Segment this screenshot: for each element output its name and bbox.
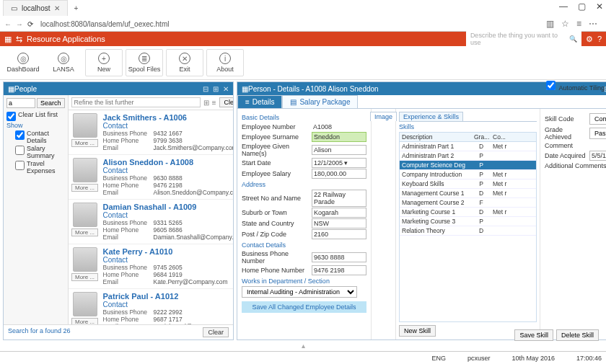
delete-skill-button[interactable]: Delete Skill xyxy=(556,329,599,341)
contact-link[interactable]: Contact xyxy=(103,256,233,264)
experience-skills-tab[interactable]: Experience & Skills xyxy=(399,112,463,121)
more-button[interactable]: More ... xyxy=(71,184,98,192)
given-name-field[interactable]: Alison xyxy=(312,145,366,155)
maximize-panel-icon[interactable]: ⊞ xyxy=(213,85,219,93)
people-search-input[interactable] xyxy=(6,98,35,108)
close-tab-icon[interactable]: ✕ xyxy=(54,4,60,12)
skill-row[interactable]: Administratn Part 1DMet r xyxy=(400,142,536,151)
toolbar-spool-files[interactable]: ≣Spool Files xyxy=(126,49,163,76)
skill-row[interactable]: Computer Science DegP xyxy=(400,161,536,170)
skill-row[interactable]: Management Course 1DMet r xyxy=(400,189,536,198)
people-list[interactable]: More ...Jack Smithers - A1006ContactBusi… xyxy=(69,110,233,324)
reader-icon[interactable]: ▥ xyxy=(546,19,554,29)
menu-icon[interactable]: ≡ xyxy=(576,19,581,29)
list-view-icon[interactable]: ≡ xyxy=(212,99,216,107)
tab-details[interactable]: ≡Details xyxy=(237,95,282,108)
app-menu-icon[interactable]: ▦ xyxy=(4,35,12,44)
refine-input[interactable] xyxy=(71,97,201,107)
more-button[interactable]: More ... xyxy=(71,139,98,147)
person-card[interactable]: More ...Kate Perry - A1010ContactBusines… xyxy=(69,244,233,289)
grid-view-icon[interactable]: ⊞ xyxy=(203,99,209,107)
salary-summary-checkbox[interactable] xyxy=(15,146,25,155)
clear-first-checkbox[interactable] xyxy=(6,112,16,121)
salary-field[interactable]: 180,000.00 xyxy=(312,169,366,179)
new-tab-button[interactable]: + xyxy=(68,3,84,14)
search-icon[interactable]: 🔍 xyxy=(569,35,577,43)
contact-link[interactable]: Contact xyxy=(103,301,233,308)
close-window-icon[interactable]: ✕ xyxy=(596,1,603,12)
postcode-field[interactable]: 2160 xyxy=(312,229,366,239)
toolbar-lansa[interactable]: ◎LANSA xyxy=(45,49,82,76)
street-field[interactable]: 22 Railway Parade xyxy=(312,190,366,207)
forward-icon[interactable]: → xyxy=(16,20,23,28)
travel-expenses-checkbox[interactable] xyxy=(15,161,25,170)
person-card[interactable]: More ...Alison Sneddon - A1008ContactBus… xyxy=(69,155,233,200)
person-name[interactable]: Damian Snashall - A1009 xyxy=(103,203,233,211)
browser-tab[interactable]: ▭ localhost ✕ xyxy=(3,0,68,16)
calendar-icon[interactable]: ▾ xyxy=(344,159,348,167)
more-button[interactable]: More ... xyxy=(71,228,98,236)
skill-row[interactable]: Marketing Course 1DMet r xyxy=(400,208,536,217)
people-search-button[interactable]: Search xyxy=(37,98,65,108)
start-date-field[interactable]: 12/1/2005▾ xyxy=(312,158,366,168)
person-card[interactable]: More ...Patrick Paul - A1012ContactBusin… xyxy=(69,289,233,324)
minimize-icon[interactable]: — xyxy=(559,1,568,12)
person-name[interactable]: Kate Perry - A1010 xyxy=(103,247,233,256)
app-title: Resource Applications xyxy=(27,35,105,43)
contact-link[interactable]: Contact xyxy=(103,122,233,130)
contact-details-checkbox[interactable] xyxy=(15,130,25,140)
surname-field[interactable]: Sneddon xyxy=(312,132,366,142)
save-employee-button[interactable]: Save All Changed Employee Details xyxy=(242,301,366,313)
automatic-tiling-checkbox[interactable] xyxy=(546,81,556,90)
url-field[interactable]: localhost:8080/lansa/dem/uf_oexec.html xyxy=(38,19,542,30)
person-card[interactable]: More ...Jack Smithers - A1006ContactBusi… xyxy=(69,110,233,155)
skill-row[interactable]: Relation TheoryD xyxy=(400,226,536,236)
nav-toggle-icon[interactable]: ⇆ xyxy=(16,35,22,44)
clear-list-button[interactable]: Clear List xyxy=(219,97,233,107)
global-search[interactable]: Describe the thing you want to use 🔍 xyxy=(466,30,581,48)
gear-icon[interactable]: ⚙ xyxy=(586,35,593,44)
image-tab[interactable]: Image xyxy=(370,112,397,121)
toolbar-about[interactable]: iAbout xyxy=(206,49,244,76)
home-phone-field[interactable]: 9476 2198 xyxy=(312,265,366,275)
maximize-icon[interactable]: ▢ xyxy=(578,1,586,12)
toolbar-new[interactable]: +New xyxy=(85,49,123,76)
contact-link[interactable]: Contact xyxy=(103,211,233,219)
new-skill-button[interactable]: New Skill xyxy=(399,325,436,337)
person-name[interactable]: Jack Smithers - A1006 xyxy=(103,113,233,122)
grade-select[interactable]: Pass xyxy=(589,128,606,139)
automatic-tiling[interactable]: Automatic Tiling xyxy=(546,81,605,92)
state-field[interactable]: NSW xyxy=(312,218,366,228)
skill-row[interactable]: Keyboard SkillsPMet r xyxy=(400,179,536,189)
toolbar-dashboard[interactable]: ◎DashBoard xyxy=(4,49,42,76)
business-phone-field[interactable]: 9630 8888 xyxy=(312,252,366,262)
person-card[interactable]: More ...Damian Snashall - A1009ContactBu… xyxy=(69,200,233,244)
skill-row[interactable]: Administratn Part 2P xyxy=(400,151,536,161)
department-select[interactable]: Internal Auditing - Administration xyxy=(242,286,357,298)
clear-button[interactable]: Clear xyxy=(203,327,229,337)
contact-link[interactable]: Contact xyxy=(103,167,233,174)
minimize-panel-icon[interactable]: ⊟ xyxy=(203,85,208,93)
save-skill-button[interactable]: Save Skill xyxy=(514,329,553,341)
close-panel-icon[interactable]: ✕ xyxy=(223,85,229,93)
star-icon[interactable]: ☆ xyxy=(561,19,569,29)
collapse-icon[interactable]: ▴ xyxy=(0,342,606,350)
toolbar-exit[interactable]: ✕Exit xyxy=(166,49,203,76)
person-name[interactable]: Alison Sneddon - A1008 xyxy=(103,158,233,167)
skill-row[interactable]: Company IntroductionPMet r xyxy=(400,170,536,179)
tab-salary-package[interactable]: ▤Salary Package xyxy=(282,95,358,108)
back-icon[interactable]: ← xyxy=(4,20,12,28)
skills-table[interactable]: Description Gra... Co... Administratn Pa… xyxy=(399,132,537,322)
person-name[interactable]: Patrick Paul - A1012 xyxy=(103,292,233,301)
skill-code-select[interactable]: Computer xyxy=(589,113,606,125)
date-acquired-field[interactable]: 5/5/1998 ▾ xyxy=(589,151,606,161)
skill-row[interactable]: Marketing Course 3P xyxy=(400,217,536,226)
refresh-icon[interactable]: ⟳ xyxy=(27,20,33,28)
people-title: People xyxy=(14,85,203,93)
more-button[interactable]: More ... xyxy=(71,273,98,281)
more-icon[interactable]: ⋯ xyxy=(589,19,597,29)
more-button[interactable]: More ... xyxy=(71,318,98,324)
skill-row[interactable]: Management Course 2F xyxy=(400,198,536,208)
help-icon[interactable]: ? xyxy=(597,35,602,43)
suburb-field[interactable]: Kogarah xyxy=(312,208,366,218)
